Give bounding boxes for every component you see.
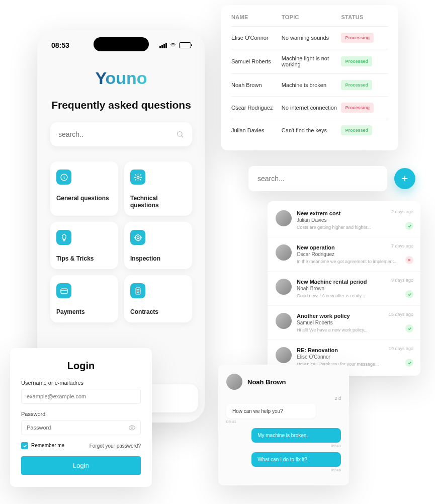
cell-topic: Can't find the keys bbox=[282, 119, 341, 142]
svg-point-2 bbox=[137, 176, 139, 178]
gear-icon bbox=[130, 170, 145, 185]
category-label: Tips & Tricks bbox=[56, 255, 112, 262]
table-header: STATUS bbox=[341, 14, 388, 27]
chat-time: 09:41 bbox=[226, 419, 341, 424]
login-card: Login Username or e-mailadres Password R… bbox=[10, 348, 152, 487]
add-button[interactable] bbox=[394, 168, 415, 189]
feed-snippet: Hi all! We have a new work policy... bbox=[297, 327, 412, 332]
avatar bbox=[276, 244, 292, 261]
feed-status-icon bbox=[405, 290, 413, 298]
chat-bubble: My machine is broken. bbox=[251, 428, 341, 443]
category-label: Payments bbox=[56, 308, 112, 315]
info-icon bbox=[56, 170, 71, 185]
feed-snippet: In the meantime we got agreement to impl… bbox=[297, 259, 412, 264]
category-label: Inspection bbox=[130, 255, 186, 262]
cell-topic: Machine light is not working bbox=[282, 49, 341, 74]
category-grid: General questionsTechnical questionsTips… bbox=[50, 161, 192, 322]
cell-name: Elise O'Connor bbox=[231, 27, 282, 49]
chat-bubble: What can I do to fix it? bbox=[251, 452, 341, 467]
search-input[interactable] bbox=[257, 175, 378, 183]
plus-icon bbox=[400, 174, 409, 183]
page-title: Frequently asked questions bbox=[44, 99, 198, 111]
svg-point-4 bbox=[137, 236, 139, 238]
feed-author: Elise O'Connor bbox=[297, 354, 412, 360]
feed-time: 7 days ago bbox=[391, 243, 413, 248]
feed-author: Julian Davies bbox=[297, 217, 412, 223]
status-badge: Processing bbox=[341, 33, 374, 43]
avatar bbox=[226, 374, 242, 390]
logo-rest: ouno bbox=[106, 68, 147, 88]
table-row[interactable]: Samuel RobertsMachine light is not worki… bbox=[231, 49, 388, 74]
login-title: Login bbox=[21, 360, 141, 372]
category-label: General questions bbox=[56, 195, 112, 202]
chat-time: 09:46 bbox=[226, 468, 341, 472]
status-table-card: NAMETOPICSTATUS Elise O'ConnorNo warning… bbox=[221, 5, 398, 150]
avatar bbox=[276, 279, 292, 295]
signal-icon bbox=[159, 43, 167, 48]
feed-time: 9 days ago bbox=[391, 278, 413, 283]
table-row[interactable]: Oscar RodriguezNo internet connectionPro… bbox=[231, 97, 388, 119]
avatar bbox=[276, 313, 292, 329]
password-input[interactable] bbox=[21, 420, 141, 435]
category-card[interactable]: Inspection bbox=[124, 222, 192, 269]
feed-status-icon bbox=[405, 222, 413, 230]
chat-bubble: How can we help you? bbox=[226, 404, 316, 418]
category-card[interactable]: Tips & Tricks bbox=[50, 222, 118, 269]
avatar bbox=[276, 210, 292, 226]
table-row[interactable]: Julian DaviesCan't find the keysProcesse… bbox=[231, 119, 388, 142]
forgot-password-link[interactable]: Forgot your password? bbox=[90, 443, 141, 449]
feed-status-icon bbox=[405, 256, 413, 264]
cell-status: Processed bbox=[341, 74, 388, 97]
username-input[interactable] bbox=[21, 389, 141, 404]
feed-author: Samuel Roberts bbox=[297, 320, 412, 325]
feed-item[interactable]: Another work policy Samuel Roberts Hi al… bbox=[268, 305, 420, 340]
faq-search-input[interactable] bbox=[58, 130, 176, 138]
category-card[interactable]: General questions bbox=[50, 161, 118, 216]
chat-date: 2 d bbox=[226, 396, 341, 401]
table-header: TOPIC bbox=[282, 14, 341, 27]
status-table: NAMETOPICSTATUS Elise O'ConnorNo warning… bbox=[231, 14, 388, 141]
feed-item[interactable]: New Machine rental period Noah Brown Goo… bbox=[268, 271, 420, 305]
wifi-icon bbox=[169, 42, 177, 48]
chat-body: How can we help you?09:41My machine is b… bbox=[226, 404, 341, 472]
phone-notch bbox=[94, 37, 149, 51]
login-button[interactable]: Login bbox=[21, 456, 141, 475]
feed-status-icon bbox=[405, 359, 413, 367]
feed-list: New extrem cost Julian Davies Costs are … bbox=[268, 201, 420, 376]
cell-name: Samuel Roberts bbox=[231, 49, 282, 74]
category-card[interactable]: Technical questions bbox=[124, 161, 192, 216]
search-box[interactable] bbox=[248, 166, 387, 191]
table-row[interactable]: Elise O'ConnorNo warning soundsProcessin… bbox=[231, 27, 388, 49]
category-card[interactable]: Payments bbox=[50, 275, 118, 322]
eye-icon[interactable] bbox=[128, 424, 136, 432]
search-add-bar bbox=[248, 166, 415, 191]
category-card[interactable]: Contracts bbox=[124, 275, 192, 322]
feed-item[interactable]: New extrem cost Julian Davies Costs are … bbox=[268, 203, 420, 237]
table-row[interactable]: Noah BrownMachine is brokenProcessed bbox=[231, 74, 388, 97]
table-header: NAME bbox=[231, 14, 282, 27]
feed-snippet: Costs are getting higher and higher... bbox=[297, 225, 412, 230]
svg-point-8 bbox=[131, 427, 133, 429]
logo: Youno bbox=[44, 68, 198, 88]
status-badge: Processed bbox=[341, 80, 372, 90]
feed-author: Oscar Rodriguez bbox=[297, 251, 412, 257]
cell-topic: No warning sounds bbox=[282, 27, 341, 49]
cell-name: Oscar Rodriguez bbox=[231, 97, 282, 119]
remember-checkbox[interactable]: Remember me bbox=[21, 442, 64, 449]
svg-point-3 bbox=[135, 234, 140, 240]
password-label: Password bbox=[21, 411, 141, 417]
category-label: Contracts bbox=[130, 308, 186, 315]
feed-item[interactable]: New operation Oscar Rodriguez In the mea… bbox=[268, 237, 420, 271]
status-badge: Processed bbox=[341, 125, 372, 135]
cell-name: Noah Brown bbox=[231, 74, 282, 97]
chat-time: 09:43 bbox=[226, 444, 341, 448]
remember-label: Remember me bbox=[31, 443, 64, 448]
battery-icon bbox=[179, 42, 191, 48]
avatar bbox=[276, 347, 292, 363]
feed-status-icon bbox=[405, 324, 413, 332]
doc-icon bbox=[130, 283, 145, 298]
svg-rect-5 bbox=[61, 289, 67, 293]
faq-search[interactable] bbox=[50, 122, 192, 146]
cell-status: Processed bbox=[341, 49, 388, 74]
logo-y: Y bbox=[95, 68, 105, 88]
